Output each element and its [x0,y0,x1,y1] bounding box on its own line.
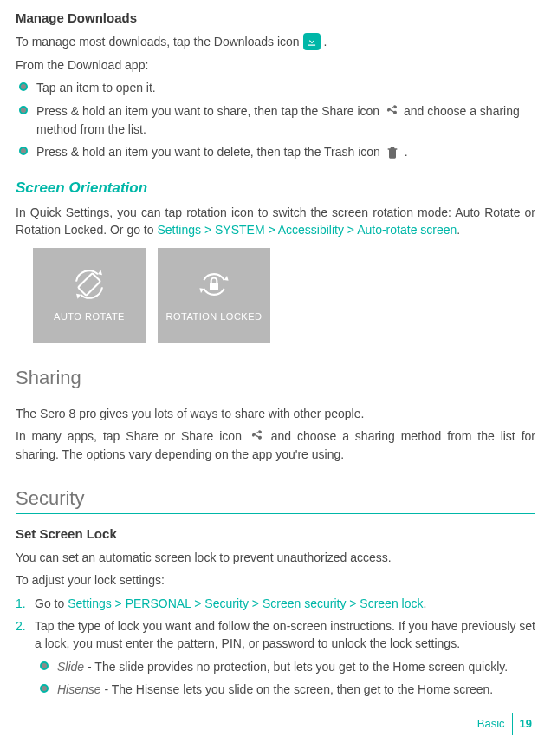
text: . [457,223,460,237]
text: Slide - The slide provides no protection… [57,658,535,675]
screen-orientation-heading: Screen Orientation [16,178,535,199]
bullet-icon [19,147,28,155]
auto-rotate-tile: AUTO ROTATE [33,248,146,343]
sharing-p2: In many apps, tap Share or Share icon an… [16,427,535,464]
text: . [323,35,327,49]
text: Tap an item to open it. [36,79,535,96]
hisense-label: Hisense [57,682,101,696]
text: Press & hold an item you want to share, … [36,102,535,139]
text: - The slide provides no protection, but … [84,660,508,674]
page-number: 19 [513,716,532,733]
divider [16,394,535,394]
security-steps: 1. Go to Settings > PERSONAL > Security … [16,595,535,703]
manage-intro: To manage most downloads, tap the Downlo… [16,33,535,51]
tile-label: ROTATION LOCKED [166,310,263,324]
list-item: Hisense - The Hisense lets you slide on … [40,681,535,698]
step-number: 1. [16,595,35,612]
slide-label: Slide [57,660,84,674]
share-icon [248,427,265,445]
step-body: Tap the type of lock you want and follow… [35,617,535,703]
auto-rotate-icon [72,267,107,302]
list-item: Press & hold an item you want to share, … [19,102,535,139]
trash-icon [384,144,401,161]
sharing-p1: The Sero 8 pro gives you lots of ways to… [16,405,535,422]
set-screen-lock-heading: Set Screen Lock [16,525,535,544]
orientation-body: In Quick Settings, you can tap rotation … [16,204,535,239]
security-heading: Security [16,485,535,514]
settings-path-link: Settings > SYSTEM > Accessibility > Auto… [157,223,457,237]
text: . [405,145,408,159]
text: Press & hold an item you want to delete,… [36,143,535,161]
rotation-locked-icon [197,267,231,302]
list-item: Tap an item to open it. [19,79,535,96]
text: . [423,596,426,610]
list-item: Slide - The slide provides no protection… [40,658,535,675]
text: Hisense - The Hisense lets you slide on … [57,681,535,698]
manage-bullets: Tap an item to open it. Press & hold an … [19,79,535,161]
step-2: 2. Tap the type of lock you want and fol… [16,617,535,703]
rotation-tiles: AUTO ROTATE ROTATION LOCKED [33,248,535,343]
text: Go to [35,596,68,610]
divider [16,513,535,514]
text: In many apps, tap Share or Share icon [16,429,248,443]
svg-rect-0 [78,273,100,296]
rotation-locked-tile: ROTATION LOCKED [158,248,270,343]
bullet-icon [19,82,28,91]
page-footer: Basic 19 [477,713,532,735]
bullet-icon [40,662,49,670]
step-number: 2. [16,617,35,703]
manage-downloads-heading: Manage Downloads [16,9,535,28]
svg-rect-1 [210,283,218,290]
share-icon [383,102,400,120]
bullet-icon [19,106,28,114]
security-p1: You can set an automatic screen lock to … [16,549,535,566]
tile-label: AUTO ROTATE [54,310,125,324]
bullet-icon [40,684,49,693]
text: Press & hold an item you want to share, … [36,104,383,118]
security-p2: To adjust your lock settings: [16,571,535,589]
list-item: Press & hold an item you want to delete,… [19,143,535,161]
step-body: Go to Settings > PERSONAL > Security > S… [35,595,535,612]
from-app-label: From the Download app: [16,56,535,74]
settings-path-link: Settings > PERSONAL > Security > Screen … [68,596,423,610]
lock-type-list: Slide - The slide provides no protection… [40,658,535,699]
step-1: 1. Go to Settings > PERSONAL > Security … [16,595,535,612]
text: Tap the type of lock you want and follow… [35,619,535,650]
text: To manage most downloads, tap the Downlo… [16,35,303,49]
text: Press & hold an item you want to delete,… [36,145,384,159]
downloads-icon [303,33,321,50]
text: - The Hisense lets you slide on the scre… [101,682,494,696]
sharing-heading: Sharing [16,364,535,394]
footer-section-label: Basic [477,716,512,733]
